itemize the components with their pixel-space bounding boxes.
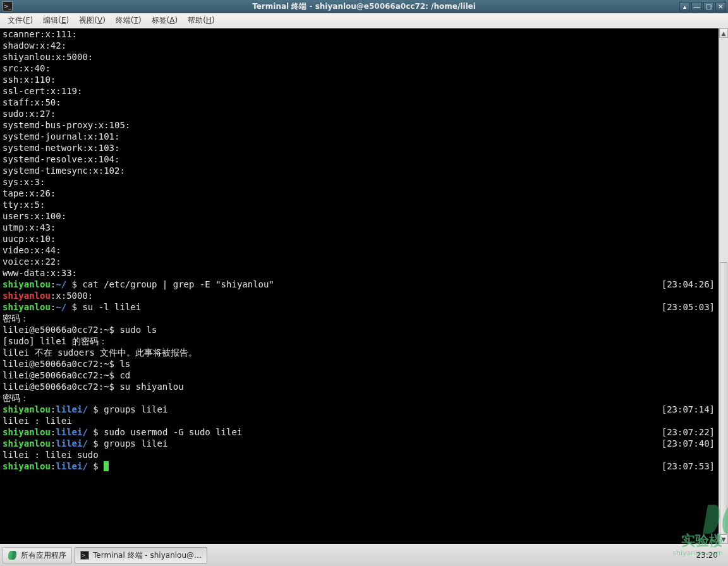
terminal-line: tape:x:26: — [3, 188, 719, 199]
terminal-line: sys:x:3: — [3, 176, 719, 188]
rollup-button[interactable]: ▴ — [679, 2, 690, 11]
terminal-line: scanner:x:111: — [3, 28, 719, 40]
terminal-line: systemd-bus-proxy:x:105: — [3, 119, 719, 131]
menubar: 文件(F) 编辑(E) 视图(V) 终端(T) 标签(A) 帮助(H) — [0, 13, 728, 28]
terminal-line: ssl-cert:x:119: — [3, 85, 719, 97]
terminal-line: shiyanlou:lilei/ $ groups lilei[23:07:40… — [3, 438, 719, 449]
menu-edit[interactable]: 编辑(E) — [39, 14, 73, 27]
terminal-line: users:x:100: — [3, 210, 719, 222]
window-titlebar: >_ Terminal 终端 - shiyanlou@e50066a0cc72:… — [0, 0, 728, 13]
terminal-icon: >_ — [80, 551, 89, 560]
terminal-line: lilei 不在 sudoers 文件中。此事将被报告。 — [3, 347, 719, 358]
close-button[interactable]: ✕ — [715, 2, 726, 11]
scroll-thumb[interactable] — [720, 262, 727, 534]
terminal-container: scanner:x:111:shadow:x:42:shiyanlou:x:50… — [0, 28, 728, 544]
taskbar-task-terminal[interactable]: >_ Terminal 终端 - shiyanlou@… — [75, 547, 207, 563]
terminal-line: video:x:44: — [3, 244, 719, 256]
terminal-line: systemd-resolve:x:104: — [3, 154, 719, 165]
scroll-down-button[interactable]: ▼ — [719, 534, 728, 544]
menu-tabs[interactable]: 标签(A) — [148, 14, 182, 27]
terminal-line: uucp:x:10: — [3, 233, 719, 244]
menu-help[interactable]: 帮助(H) — [184, 14, 218, 27]
terminal-line: shadow:x:42: — [3, 40, 719, 51]
terminal-line: [sudo] lilei 的密码： — [3, 335, 719, 347]
scrollbar[interactable]: ▲ ▼ — [719, 28, 728, 544]
terminal-line: ssh:x:110: — [3, 74, 719, 85]
window-controls: ▴ ― □ ✕ — [679, 2, 728, 11]
apps-icon — [8, 551, 17, 560]
terminal-line: shiyanlou:lilei/ $ [23:07:53] — [3, 461, 719, 472]
terminal-line: lilei@e50066a0cc72:~$ sudo ls — [3, 324, 719, 335]
terminal-line: shiyanlou:~/ $ su -l lilei[23:05:03] — [3, 301, 719, 313]
menu-terminal[interactable]: 终端(T) — [112, 14, 145, 27]
terminal-line: lilei : lilei sudo — [3, 449, 719, 461]
terminal-line: shiyanlou:x:5000: — [3, 51, 719, 63]
terminal-line: 密码： — [3, 313, 719, 324]
terminal-line: lilei : lilei — [3, 415, 719, 426]
scroll-up-button[interactable]: ▲ — [719, 28, 728, 38]
taskbar-apps-button[interactable]: 所有应用程序 — [3, 547, 72, 563]
terminal-line: systemd-timesync:x:102: — [3, 165, 719, 176]
menu-view[interactable]: 视图(V) — [75, 14, 109, 27]
terminal-output[interactable]: scanner:x:111:shadow:x:42:shiyanlou:x:50… — [0, 28, 719, 544]
terminal-line: lilei@e50066a0cc72:~$ ls — [3, 358, 719, 370]
terminal-line: systemd-journal:x:101: — [3, 131, 719, 142]
minimize-button[interactable]: ― — [691, 2, 702, 11]
terminal-line: systemd-network:x:103: — [3, 142, 719, 154]
terminal-line: sudo:x:27: — [3, 108, 719, 119]
menu-file[interactable]: 文件(F) — [4, 14, 37, 27]
taskbar-apps-label: 所有应用程序 — [21, 550, 66, 561]
terminal-line: tty:x:5: — [3, 199, 719, 210]
terminal-line: lilei@e50066a0cc72:~$ su shiyanlou — [3, 381, 719, 392]
terminal-line: www-data:x:33: — [3, 267, 719, 279]
terminal-line: 密码： — [3, 392, 719, 404]
terminal-line: staff:x:50: — [3, 97, 719, 108]
terminal-line: shiyanlou:~/ $ cat /etc/group | grep -E … — [3, 279, 719, 290]
taskbar-task-label: Terminal 终端 - shiyanlou@… — [93, 550, 202, 561]
terminal-line: src:x:40: — [3, 63, 719, 74]
maximize-button[interactable]: □ — [703, 2, 714, 11]
terminal-line: voice:x:22: — [3, 256, 719, 267]
taskbar-clock[interactable]: 23:20 — [688, 551, 725, 560]
terminal-line: shiyanlou:lilei/ $ sudo usermod -G sudo … — [3, 426, 719, 438]
taskbar: 所有应用程序 >_ Terminal 终端 - shiyanlou@… 23:2… — [0, 544, 728, 566]
terminal-line: shiyanlou:lilei/ $ groups lilei[23:07:14… — [3, 404, 719, 415]
terminal-line: lilei@e50066a0cc72:~$ cd — [3, 370, 719, 381]
terminal-line: utmp:x:43: — [3, 222, 719, 233]
window-title: Terminal 终端 - shiyanlou@e50066a0cc72: /h… — [0, 1, 728, 12]
terminal-line: shiyanlou:x:5000: — [3, 290, 719, 301]
